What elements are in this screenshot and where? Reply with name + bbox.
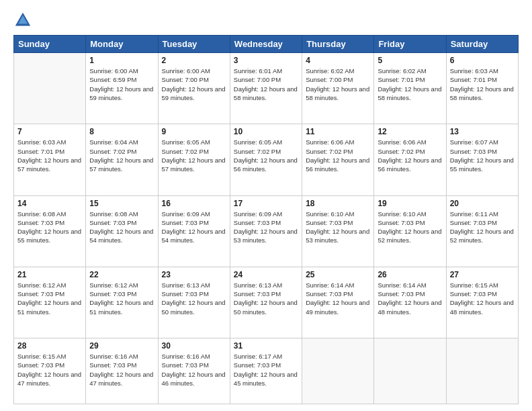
weekday-header-thursday: Thursday: [302, 36, 374, 53]
calendar-cell: 23Sunrise: 6:13 AMSunset: 7:03 PMDayligh…: [158, 267, 230, 338]
calendar-cell: [374, 338, 446, 404]
calendar-cell: 4Sunrise: 6:02 AMSunset: 7:00 PMDaylight…: [302, 53, 374, 124]
calendar-cell: 11Sunrise: 6:06 AMSunset: 7:02 PMDayligh…: [302, 124, 374, 195]
day-number: 12: [378, 127, 442, 136]
calendar-cell: 21Sunrise: 6:12 AMSunset: 7:03 PMDayligh…: [14, 267, 86, 338]
day-info: Sunrise: 6:03 AMSunset: 7:01 PMDaylight:…: [450, 66, 515, 102]
calendar-cell: 25Sunrise: 6:14 AMSunset: 7:03 PMDayligh…: [302, 267, 374, 338]
calendar-cell: 14Sunrise: 6:08 AMSunset: 7:03 PMDayligh…: [14, 195, 86, 267]
calendar-cell: 22Sunrise: 6:12 AMSunset: 7:03 PMDayligh…: [86, 267, 158, 338]
day-info: Sunrise: 6:15 AMSunset: 7:03 PMDaylight:…: [17, 352, 82, 387]
calendar-cell: 31Sunrise: 6:17 AMSunset: 7:03 PMDayligh…: [230, 338, 302, 404]
day-number: 29: [89, 341, 154, 351]
day-number: 5: [378, 56, 442, 65]
day-info: Sunrise: 6:13 AMSunset: 7:03 PMDaylight:…: [234, 281, 298, 316]
calendar-cell: 27Sunrise: 6:15 AMSunset: 7:03 PMDayligh…: [446, 267, 518, 338]
day-number: 19: [378, 199, 442, 208]
week-row-5: 28Sunrise: 6:15 AMSunset: 7:03 PMDayligh…: [14, 338, 519, 404]
header: [13, 11, 519, 30]
day-info: Sunrise: 6:13 AMSunset: 7:03 PMDaylight:…: [162, 281, 226, 316]
day-number: 18: [306, 199, 370, 208]
day-info: Sunrise: 6:02 AMSunset: 7:00 PMDaylight:…: [306, 66, 370, 102]
calendar-cell: [302, 338, 374, 404]
calendar-cell: 2Sunrise: 6:00 AMSunset: 7:00 PMDaylight…: [158, 53, 230, 124]
calendar-cell: 10Sunrise: 6:05 AMSunset: 7:02 PMDayligh…: [230, 124, 302, 195]
day-info: Sunrise: 6:06 AMSunset: 7:02 PMDaylight:…: [378, 138, 442, 173]
weekday-header-row: SundayMondayTuesdayWednesdayThursdayFrid…: [14, 36, 519, 53]
calendar-cell: 30Sunrise: 6:16 AMSunset: 7:03 PMDayligh…: [158, 338, 230, 404]
calendar-cell: 7Sunrise: 6:03 AMSunset: 7:01 PMDaylight…: [14, 124, 86, 195]
day-info: Sunrise: 6:08 AMSunset: 7:03 PMDaylight:…: [17, 210, 82, 245]
day-number: 9: [162, 127, 226, 136]
day-info: Sunrise: 6:08 AMSunset: 7:03 PMDaylight:…: [89, 210, 154, 245]
calendar-cell: 12Sunrise: 6:06 AMSunset: 7:02 PMDayligh…: [374, 124, 446, 195]
day-info: Sunrise: 6:04 AMSunset: 7:02 PMDaylight:…: [89, 138, 154, 173]
day-number: 31: [234, 341, 298, 351]
weekday-header-monday: Monday: [86, 36, 158, 53]
day-info: Sunrise: 6:15 AMSunset: 7:03 PMDaylight:…: [450, 281, 515, 316]
calendar-cell: 5Sunrise: 6:02 AMSunset: 7:01 PMDaylight…: [374, 53, 446, 124]
day-info: Sunrise: 6:14 AMSunset: 7:03 PMDaylight:…: [306, 281, 370, 316]
calendar-cell: 6Sunrise: 6:03 AMSunset: 7:01 PMDaylight…: [446, 53, 518, 124]
day-number: 13: [450, 127, 515, 136]
calendar-cell: 26Sunrise: 6:14 AMSunset: 7:03 PMDayligh…: [374, 267, 446, 338]
calendar-cell: 8Sunrise: 6:04 AMSunset: 7:02 PMDaylight…: [86, 124, 158, 195]
day-number: 17: [234, 199, 298, 208]
day-info: Sunrise: 6:10 AMSunset: 7:03 PMDaylight:…: [306, 210, 370, 245]
calendar-cell: [14, 53, 86, 124]
calendar-cell: 18Sunrise: 6:10 AMSunset: 7:03 PMDayligh…: [302, 195, 374, 267]
day-info: Sunrise: 6:01 AMSunset: 7:00 PMDaylight:…: [234, 66, 298, 102]
day-number: 20: [450, 199, 515, 208]
calendar-cell: 3Sunrise: 6:01 AMSunset: 7:00 PMDaylight…: [230, 53, 302, 124]
day-info: Sunrise: 6:09 AMSunset: 7:03 PMDaylight:…: [234, 210, 298, 245]
day-info: Sunrise: 6:03 AMSunset: 7:01 PMDaylight:…: [17, 138, 82, 173]
calendar-cell: 13Sunrise: 6:07 AMSunset: 7:03 PMDayligh…: [446, 124, 518, 195]
day-info: Sunrise: 6:11 AMSunset: 7:03 PMDaylight:…: [450, 210, 515, 245]
day-number: 16: [162, 199, 226, 208]
calendar-cell: 16Sunrise: 6:09 AMSunset: 7:03 PMDayligh…: [158, 195, 230, 267]
weekday-header-wednesday: Wednesday: [230, 36, 302, 53]
day-info: Sunrise: 6:16 AMSunset: 7:03 PMDaylight:…: [162, 352, 226, 387]
calendar-cell: 24Sunrise: 6:13 AMSunset: 7:03 PMDayligh…: [230, 267, 302, 338]
day-number: 3: [234, 56, 298, 65]
day-number: 11: [306, 127, 370, 136]
day-info: Sunrise: 6:10 AMSunset: 7:03 PMDaylight:…: [378, 210, 442, 245]
day-info: Sunrise: 6:17 AMSunset: 7:03 PMDaylight:…: [234, 352, 298, 387]
weekday-header-sunday: Sunday: [14, 36, 86, 53]
day-number: 26: [378, 270, 442, 279]
day-info: Sunrise: 6:00 AMSunset: 6:59 PMDaylight:…: [89, 66, 154, 102]
day-info: Sunrise: 6:12 AMSunset: 7:03 PMDaylight:…: [89, 281, 154, 316]
day-info: Sunrise: 6:09 AMSunset: 7:03 PMDaylight:…: [162, 210, 226, 245]
weekday-header-friday: Friday: [374, 36, 446, 53]
day-info: Sunrise: 6:05 AMSunset: 7:02 PMDaylight:…: [162, 138, 226, 173]
day-number: 23: [162, 270, 226, 279]
week-row-4: 21Sunrise: 6:12 AMSunset: 7:03 PMDayligh…: [14, 267, 519, 338]
calendar-cell: [446, 338, 518, 404]
day-info: Sunrise: 6:00 AMSunset: 7:00 PMDaylight:…: [162, 66, 226, 102]
page: SundayMondayTuesdayWednesdayThursdayFrid…: [0, 0, 532, 411]
calendar-cell: 1Sunrise: 6:00 AMSunset: 6:59 PMDaylight…: [86, 53, 158, 124]
day-number: 25: [306, 270, 370, 279]
calendar-cell: 20Sunrise: 6:11 AMSunset: 7:03 PMDayligh…: [446, 195, 518, 267]
week-row-3: 14Sunrise: 6:08 AMSunset: 7:03 PMDayligh…: [14, 195, 519, 267]
calendar-cell: 15Sunrise: 6:08 AMSunset: 7:03 PMDayligh…: [86, 195, 158, 267]
day-info: Sunrise: 6:07 AMSunset: 7:03 PMDaylight:…: [450, 138, 515, 173]
day-number: 10: [234, 127, 298, 136]
day-number: 27: [450, 270, 515, 279]
day-number: 24: [234, 270, 298, 279]
calendar-cell: 29Sunrise: 6:16 AMSunset: 7:03 PMDayligh…: [86, 338, 158, 404]
calendar-cell: 9Sunrise: 6:05 AMSunset: 7:02 PMDaylight…: [158, 124, 230, 195]
week-row-1: 1Sunrise: 6:00 AMSunset: 6:59 PMDaylight…: [14, 53, 519, 124]
day-number: 2: [162, 56, 226, 65]
day-number: 1: [89, 56, 154, 65]
weekday-header-saturday: Saturday: [446, 36, 518, 53]
logo-icon: [13, 11, 32, 30]
day-info: Sunrise: 6:05 AMSunset: 7:02 PMDaylight:…: [234, 138, 298, 173]
day-number: 15: [89, 199, 154, 208]
day-number: 6: [450, 56, 515, 65]
day-number: 28: [17, 341, 82, 351]
calendar-cell: 28Sunrise: 6:15 AMSunset: 7:03 PMDayligh…: [14, 338, 86, 404]
day-info: Sunrise: 6:02 AMSunset: 7:01 PMDaylight:…: [378, 66, 442, 102]
day-info: Sunrise: 6:06 AMSunset: 7:02 PMDaylight:…: [306, 138, 370, 173]
day-info: Sunrise: 6:14 AMSunset: 7:03 PMDaylight:…: [378, 281, 442, 316]
